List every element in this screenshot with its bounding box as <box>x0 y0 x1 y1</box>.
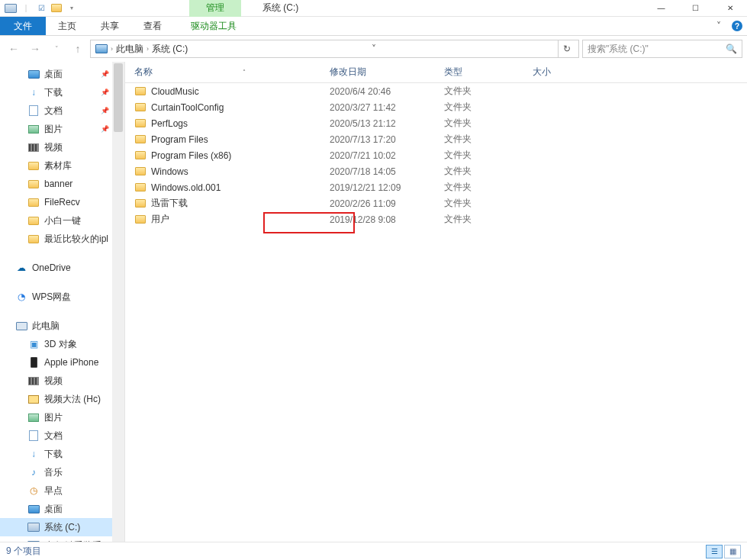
file-name: CloudMusic <box>151 86 199 97</box>
tree-item[interactable]: 图片 <box>0 408 124 426</box>
home-tab[interactable]: 主页 <box>46 17 89 35</box>
tree-item[interactable]: 桌面📌 <box>0 65 124 83</box>
tree-item[interactable]: 文档 <box>0 426 124 445</box>
maximize-button[interactable]: ☐ <box>678 0 713 17</box>
tree-item-label: 图片 <box>44 123 63 136</box>
recent-locations-button[interactable]: ˅ <box>47 40 66 58</box>
address-bar[interactable]: › 此电脑 › 系统 (C:) ˅ ↻ <box>90 40 579 58</box>
file-name: CurtainToolConfig <box>151 102 224 113</box>
column-type[interactable]: 类型 <box>444 66 533 79</box>
chevron-right-icon[interactable]: › <box>109 45 114 53</box>
file-row[interactable]: Program Files2020/7/13 17:20文件夹 <box>125 131 747 147</box>
tree-item-label: 早点 <box>44 484 63 497</box>
tree-scrollbar[interactable] <box>112 62 124 542</box>
pic-icon <box>27 411 40 423</box>
tree-item[interactable]: 小白一键 <box>0 211 124 230</box>
file-row[interactable]: 迅雷下载2020/2/26 11:09文件夹 <box>125 195 747 211</box>
window-controls: — ☐ ✕ <box>644 0 747 17</box>
share-tab[interactable]: 共享 <box>89 17 131 35</box>
file-row[interactable]: Program Files (x86)2020/7/21 10:02文件夹 <box>125 147 747 163</box>
close-button[interactable]: ✕ <box>713 0 747 17</box>
folder-icon <box>134 198 147 210</box>
file-tab[interactable]: 文件 <box>0 17 46 35</box>
folder-qat-icon[interactable] <box>50 2 63 14</box>
tree-item[interactable]: 此电脑 <box>0 317 124 335</box>
file-type: 文件夹 <box>444 165 533 178</box>
tree-item[interactable]: ↓下载 <box>0 445 124 463</box>
chevron-right-icon[interactable]: › <box>145 45 150 53</box>
breadcrumb-root-icon[interactable] <box>94 44 109 53</box>
tree-item[interactable]: ↓下载📌 <box>0 83 124 101</box>
tree-item[interactable]: FileRecv <box>0 193 124 211</box>
help-button[interactable]: ? <box>727 17 747 35</box>
doc-icon <box>27 430 40 442</box>
tree-item[interactable]: Apple iPhone <box>0 353 124 372</box>
tree-item[interactable]: 视频 <box>0 138 124 156</box>
file-date: 2020/5/13 21:12 <box>330 118 444 129</box>
icons-view-button[interactable]: ▦ <box>724 545 741 558</box>
view-tab[interactable]: 查看 <box>131 17 174 35</box>
expand-ribbon-button[interactable]: ˅ <box>710 17 727 35</box>
column-date[interactable]: 修改日期 <box>330 66 444 79</box>
contextual-tab-manage[interactable]: 管理 <box>189 0 241 17</box>
tree-item-label: 下载 <box>44 448 63 461</box>
folder-icon <box>134 182 147 194</box>
file-row[interactable]: 用户2019/12/28 9:08文件夹 <box>125 211 747 227</box>
tree-item[interactable]: ◷早点 <box>0 481 124 500</box>
ghost-overlay <box>137 545 716 558</box>
tree-item[interactable]: ☁OneDrive <box>0 259 124 277</box>
tree-item[interactable]: 系统 (C:) <box>0 518 124 536</box>
up-button[interactable]: ↑ <box>69 40 87 58</box>
file-row[interactable]: Windows2020/7/18 14:05文件夹 <box>125 163 747 179</box>
tree-item[interactable]: ◔WPS网盘 <box>0 288 124 306</box>
search-box[interactable]: 搜索"系统 (C:)" 🔍 <box>582 40 742 58</box>
tree-item-label: 文档 <box>44 105 63 117</box>
breadcrumb-drive[interactable]: 系统 (C:) <box>150 43 189 56</box>
qat-dropdown-icon[interactable]: ▾ <box>66 2 78 14</box>
file-name: Program Files <box>151 134 208 145</box>
tree-item-label: 小白一键 <box>44 214 81 227</box>
tree-item[interactable]: 素材库 <box>0 156 124 175</box>
tree-item-label: 视频大法 (Hc) <box>44 393 101 406</box>
tree-item-label: OneDrive <box>32 262 71 273</box>
tree-item[interactable]: 小白 键重装系 <box>0 536 124 542</box>
properties-icon[interactable]: ☑ <box>35 2 47 14</box>
file-row[interactable]: CurtainToolConfig2020/3/27 11:42文件夹 <box>125 99 747 115</box>
video-icon <box>27 375 40 387</box>
column-size[interactable]: 大小 <box>533 66 578 79</box>
tree-item-label: 系统 (C:) <box>44 521 80 534</box>
tree-item[interactable]: 视频大法 (Hc) <box>0 390 124 408</box>
help-icon: ? <box>732 21 742 31</box>
file-name: 用户 <box>151 213 169 226</box>
breadcrumb-this-pc[interactable]: 此电脑 <box>114 43 145 56</box>
back-button[interactable]: ← <box>5 40 23 58</box>
minimize-button[interactable]: — <box>644 0 678 17</box>
video-icon <box>27 141 40 153</box>
tree-item[interactable]: 桌面 <box>0 500 124 518</box>
tree-item[interactable]: ♪音乐 <box>0 463 124 481</box>
forward-button[interactable]: → <box>26 40 44 58</box>
tree-item[interactable]: banner <box>0 175 124 193</box>
tree-item[interactable]: 文档📌 <box>0 101 124 120</box>
file-date: 2019/12/21 12:09 <box>330 182 444 193</box>
drive-tools-tab[interactable]: 驱动器工具 <box>179 17 249 35</box>
file-row[interactable]: Windows.old.0012019/12/21 12:09文件夹 <box>125 179 747 195</box>
tree-item-label: 视频 <box>44 375 63 388</box>
file-row[interactable]: CloudMusic2020/6/4 20:46文件夹 <box>125 83 747 99</box>
tree-item[interactable]: 图片📌 <box>0 120 124 138</box>
tree-item-label: 视频 <box>44 141 63 154</box>
tree-item[interactable]: ▣3D 对象 <box>0 335 124 353</box>
tree-item-label: WPS网盘 <box>32 291 71 304</box>
address-dropdown[interactable]: ˅ <box>367 40 381 57</box>
column-name[interactable]: 名称˄ <box>134 66 330 79</box>
refresh-button[interactable]: ↻ <box>558 40 575 57</box>
file-type: 文件夹 <box>444 85 533 98</box>
search-icon[interactable]: 🔍 <box>726 43 737 54</box>
tree-scrollbar-thumb[interactable] <box>114 63 123 132</box>
music-icon: ♪ <box>27 466 40 478</box>
tree-item[interactable]: 视频 <box>0 372 124 390</box>
file-row[interactable]: PerfLogs2020/5/13 21:12文件夹 <box>125 115 747 131</box>
navigation-pane[interactable]: 桌面📌↓下载📌文档📌图片📌视频素材库bannerFileRecv小白一键最近比较… <box>0 62 125 542</box>
tree-item[interactable]: 最近比较火的ipl <box>0 230 124 248</box>
tree-item-label: 桌面 <box>44 68 63 81</box>
